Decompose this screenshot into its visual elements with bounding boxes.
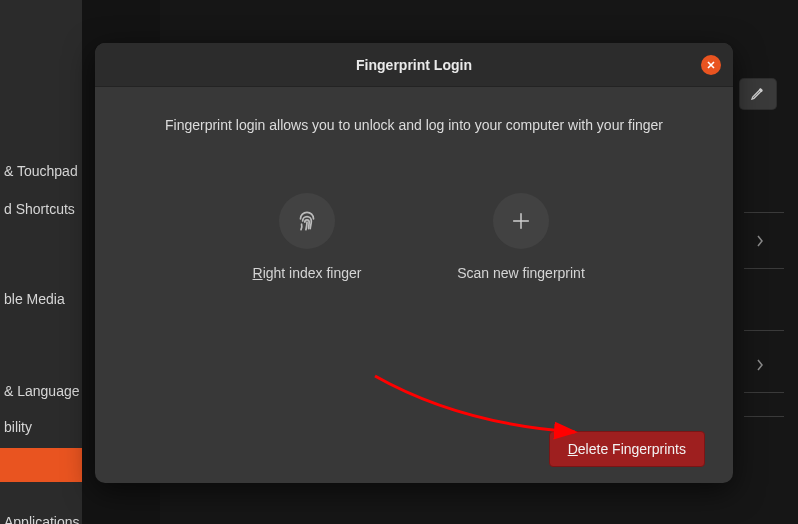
sidebar-item-removable-media[interactable]: ble Media: [0, 282, 82, 316]
fingerprint-login-dialog: Fingerprint Login Fingerprint login allo…: [95, 43, 733, 483]
delete-fingerprints-button[interactable]: Delete Fingerprints: [549, 431, 705, 467]
option-scan-new-fingerprint[interactable]: Scan new fingerprint: [441, 193, 601, 281]
chevron-right-icon: [755, 234, 769, 248]
sidebar-item-keyboard-shortcuts[interactable]: d Shortcuts: [0, 192, 82, 226]
sidebar-item-label: & Touchpad: [4, 163, 78, 179]
sidebar-item-accessibility[interactable]: bility: [0, 410, 82, 444]
unlock-edit-button[interactable]: [739, 78, 777, 110]
close-button[interactable]: [701, 55, 721, 75]
pencil-icon: [750, 85, 766, 104]
close-icon: [706, 60, 716, 70]
sidebar-item-default-applications[interactable]: Applications: [0, 505, 82, 524]
dialog-header: Fingerprint Login: [95, 43, 733, 87]
fingerprint-options: Right index finger Scan new fingerprint: [123, 193, 705, 281]
settings-sidebar: & Touchpad d Shortcuts ble Media & Langu…: [0, 0, 82, 524]
chevron-right-icon: [755, 358, 769, 372]
plus-icon: [493, 193, 549, 249]
dialog-description: Fingerprint login allows you to unlock a…: [123, 117, 705, 133]
sidebar-item-label: & Language: [4, 383, 80, 399]
option-label: Scan new fingerprint: [457, 265, 585, 281]
dialog-title: Fingerprint Login: [356, 57, 472, 73]
fingerprint-icon: [279, 193, 335, 249]
dialog-body: Fingerprint login allows you to unlock a…: [95, 87, 733, 483]
sidebar-item-mouse-touchpad[interactable]: & Touchpad: [0, 154, 82, 188]
dialog-footer: Delete Fingerprints: [95, 431, 733, 467]
option-right-index-finger[interactable]: Right index finger: [227, 193, 387, 281]
sidebar-item-label: d Shortcuts: [4, 201, 75, 217]
sidebar-item-label: Applications: [4, 514, 80, 524]
sidebar-item-label: bility: [4, 419, 32, 435]
sidebar-item-active-users[interactable]: [0, 448, 82, 482]
sidebar-item-label: ble Media: [4, 291, 65, 307]
option-label: Right index finger: [253, 265, 362, 281]
sidebar-item-region-language[interactable]: & Language: [0, 374, 82, 408]
